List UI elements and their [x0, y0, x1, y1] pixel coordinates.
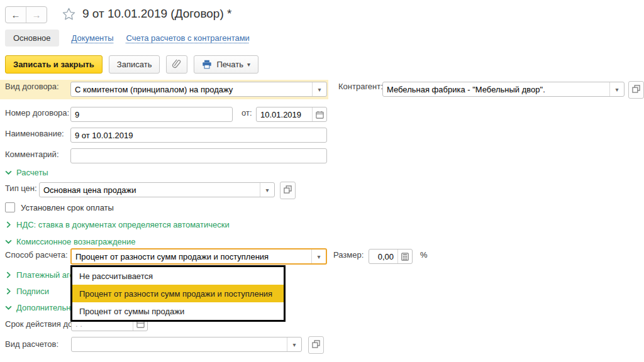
calc-method-label: Способ расчета:	[5, 250, 68, 260]
open-in-new-icon	[312, 340, 320, 350]
contract-kind-combobox[interactable]: С комитентом (принципалом) на продажу ▾	[70, 82, 327, 97]
section-settlements[interactable]: Расчеты	[5, 168, 48, 177]
percent-sign: %	[420, 250, 428, 260]
contract-form-window: ← → 9 от 10.01.2019 (Договор) * Основное…	[0, 0, 644, 362]
page-title: 9 от 10.01.2019 (Договор) *	[82, 7, 231, 21]
open-in-new-icon	[284, 185, 292, 195]
contract-kind-value: С комитентом (принципалом) на продажу	[71, 82, 312, 96]
back-button[interactable]: ←	[6, 7, 26, 23]
printer-icon	[202, 60, 212, 69]
section-vat-label: НДС: ставка в документах определяется ав…	[16, 220, 230, 229]
counterparty-open-button[interactable]	[628, 81, 644, 99]
print-caret-icon: ▾	[247, 61, 250, 68]
back-icon: ←	[11, 9, 21, 20]
counterparty-value: Мебельная фабрика - "Мебельный двор".	[383, 82, 609, 96]
favorite-star-icon[interactable]	[62, 7, 76, 23]
settlement-kind-dropdown-button[interactable]: ▾	[287, 337, 301, 351]
settlement-kind-label: Вид расчетов:	[5, 339, 58, 349]
chevron-collapsed-icon	[5, 288, 12, 295]
calendar-icon[interactable]	[312, 107, 326, 121]
section-additional-label: Дополнительно	[16, 303, 75, 312]
contract-kind-dropdown-button[interactable]: ▾	[312, 82, 326, 96]
save-and-close-button[interactable]: Записать и закрыть	[5, 55, 103, 74]
chevron-down-icon: ▾	[292, 341, 296, 348]
attach-button[interactable]	[166, 55, 187, 74]
counterparty-dropdown-button[interactable]: ▾	[609, 82, 624, 96]
save-button[interactable]: Записать	[109, 55, 160, 74]
settlement-kind-combobox[interactable]: ▾	[71, 337, 302, 352]
chevron-collapsed-icon	[5, 221, 12, 228]
forward-icon: →	[32, 9, 42, 20]
tab-settlement-accounts[interactable]: Счета расчетов с контрагентами	[126, 33, 250, 43]
chevron-down-icon: ▾	[318, 86, 321, 93]
price-type-dropdown-button[interactable]: ▾	[260, 183, 274, 197]
calculator-icon[interactable]	[397, 250, 412, 263]
contract-date-label: от:	[242, 108, 252, 118]
contract-number-value: 9	[71, 107, 232, 121]
counterparty-label: Контрагент:	[338, 82, 383, 91]
payment-term-label: Установлен срок оплаты	[21, 203, 114, 212]
section-signatures[interactable]: Подписи	[5, 287, 49, 296]
chevron-down-icon: ▾	[615, 86, 618, 93]
print-button[interactable]: Печать ▾	[194, 55, 258, 74]
price-type-open-button[interactable]	[280, 182, 296, 199]
name-value: 9 от 10.01.2019	[71, 128, 326, 142]
contract-number-label: Номер договора:	[5, 108, 69, 118]
dropdown-item-selected[interactable]: Процент от разности сумм продажи и посту…	[72, 285, 284, 302]
section-vat[interactable]: НДС: ставка в документах определяется ав…	[5, 220, 230, 229]
name-input[interactable]: 9 от 10.01.2019	[70, 128, 327, 143]
tab-documents[interactable]: Документы	[72, 33, 114, 43]
forward-button[interactable]: →	[26, 7, 47, 23]
section-additional[interactable]: Дополнительно	[5, 303, 75, 312]
comment-value	[71, 149, 326, 163]
calc-method-dropdown-button[interactable]: ▾	[311, 250, 326, 263]
comment-input[interactable]	[70, 148, 327, 163]
size-value: 0,00	[369, 250, 397, 263]
section-signatures-label: Подписи	[16, 287, 49, 296]
calc-method-dropdown-list: Не рассчитывается Процент от разности су…	[70, 265, 286, 322]
nav-buttons: ← →	[5, 6, 47, 23]
price-type-value: Основная цена продажи	[40, 183, 260, 197]
chevron-down-icon: ▾	[265, 187, 269, 194]
chevron-expanded-icon	[5, 169, 12, 176]
name-label: Наименование:	[5, 129, 64, 138]
counterparty-combobox[interactable]: Мебельная фабрика - "Мебельный двор". ▾	[382, 82, 625, 97]
chevron-expanded-icon	[5, 238, 12, 245]
calc-method-value: Процент от разности сумм продажи и посту…	[72, 250, 311, 263]
settlement-kind-value	[72, 337, 287, 351]
print-label: Печать	[216, 60, 243, 69]
price-type-label: Тип цен:	[5, 184, 37, 193]
size-label: Размер:	[333, 250, 364, 260]
tab-main[interactable]: Основное	[5, 30, 59, 47]
contract-kind-label: Вид договора:	[5, 82, 59, 91]
size-input[interactable]: 0,00	[369, 249, 413, 264]
chevron-expanded-icon	[5, 304, 12, 311]
chevron-collapsed-icon	[5, 272, 12, 278]
section-commission[interactable]: Комиссионное вознаграждение	[5, 237, 136, 246]
comment-label: Комментарий:	[5, 150, 59, 159]
contract-number-input[interactable]: 9	[70, 107, 233, 122]
dropdown-item[interactable]: Не рассчитывается	[72, 267, 284, 285]
chevron-down-icon: ▾	[317, 253, 320, 260]
open-in-new-icon	[632, 85, 640, 95]
price-type-combobox[interactable]: Основная цена продажи ▾	[39, 182, 275, 197]
paperclip-icon	[171, 58, 182, 71]
valid-until-label: Срок действия до:	[5, 319, 75, 329]
calc-method-combobox[interactable]: Процент от разности сумм продажи и посту…	[70, 248, 327, 265]
payment-term-checkbox[interactable]	[5, 202, 15, 212]
dropdown-item[interactable]: Процент от суммы продажи	[72, 302, 284, 320]
section-commission-label: Комиссионное вознаграждение	[16, 237, 136, 246]
settlement-kind-open-button[interactable]	[308, 336, 324, 354]
contract-date-value: 10.01.2019	[257, 107, 312, 121]
contract-date-input[interactable]: 10.01.2019	[256, 107, 327, 122]
section-settlements-label: Расчеты	[16, 168, 48, 177]
